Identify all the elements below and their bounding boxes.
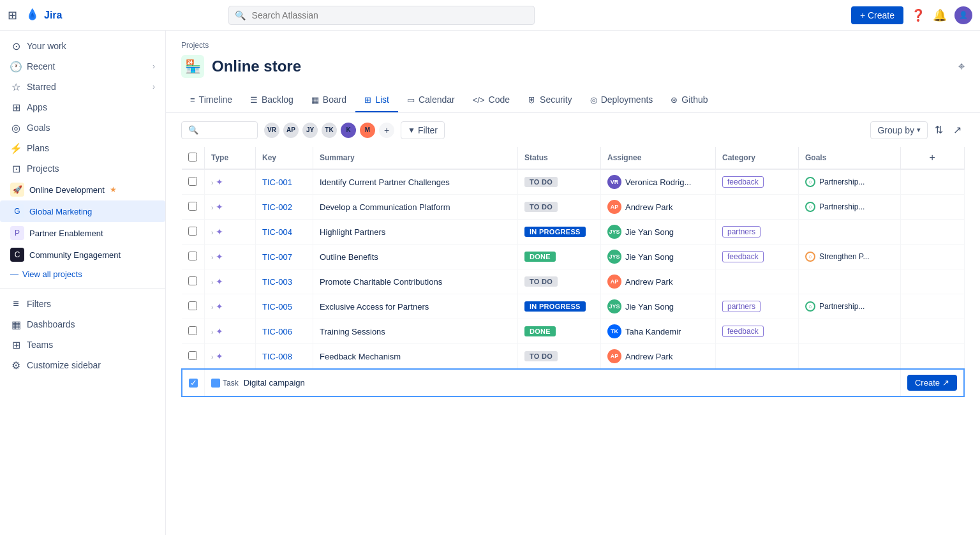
issue-key[interactable]: TIC-005 bbox=[262, 302, 292, 312]
row-checkbox[interactable] bbox=[188, 326, 197, 335]
add-project-icon[interactable]: + bbox=[150, 206, 155, 216]
status-badge[interactable]: IN PROGRESS bbox=[524, 301, 586, 312]
sidebar-item-recent[interactable]: 🕐 Recent › bbox=[0, 56, 165, 77]
issue-key[interactable]: TIC-006 bbox=[262, 327, 292, 336]
avatar-extra1[interactable]: K bbox=[339, 121, 357, 139]
sidebar-item-filters[interactable]: ≡ Filters bbox=[0, 294, 165, 314]
project-item-community-engagement[interactable]: C Community Engagement bbox=[0, 244, 165, 266]
sidebar-item-customize[interactable]: ⚙ Customize sidebar bbox=[0, 355, 165, 375]
table-row: › ✦TIC-003Promote Charitable Contributio… bbox=[182, 269, 964, 294]
sort-button[interactable]: ⇅ bbox=[932, 121, 946, 139]
status-badge[interactable]: IN PROGRESS bbox=[524, 227, 586, 237]
category-tag[interactable]: feedback bbox=[722, 251, 764, 262]
issue-key[interactable]: TIC-007 bbox=[262, 252, 292, 262]
assignee-cell: TKTaha Kandemir bbox=[600, 319, 715, 344]
create-button[interactable]: + Create bbox=[851, 6, 903, 24]
pin-button[interactable]: ⌖ bbox=[958, 60, 965, 73]
status-badge[interactable]: TO DO bbox=[524, 276, 558, 287]
category-tag[interactable]: feedback bbox=[722, 326, 764, 337]
tab-backlog[interactable]: ☰ Backlog bbox=[241, 88, 302, 112]
help-button[interactable]: ❓ bbox=[911, 8, 925, 22]
row-checkbox[interactable] bbox=[188, 351, 197, 360]
category-tag[interactable]: partners bbox=[722, 226, 761, 237]
create-submit-button[interactable]: Create ↗ bbox=[907, 375, 957, 391]
avatar-extra2[interactable]: M bbox=[359, 121, 376, 139]
avatar-vr[interactable]: VR bbox=[263, 121, 281, 139]
table-header-row: Type Key Summary Status Assignee Categor… bbox=[182, 147, 964, 169]
row-checkbox[interactable] bbox=[188, 301, 197, 310]
expand-icon[interactable]: › bbox=[211, 329, 213, 336]
toolbar-search-input[interactable] bbox=[202, 125, 253, 135]
sidebar-item-goals[interactable]: ◎ Goals bbox=[0, 117, 165, 138]
row-checkbox[interactable] bbox=[188, 177, 197, 186]
row-checkbox[interactable] bbox=[188, 252, 197, 260]
user-avatar[interactable]: 👤 bbox=[954, 6, 972, 24]
expand-icon[interactable]: › bbox=[211, 229, 213, 236]
expand-icon[interactable]: › bbox=[211, 279, 213, 286]
expand-icon[interactable]: › bbox=[211, 354, 213, 361]
select-all-checkbox[interactable] bbox=[188, 153, 197, 162]
grid-menu-button[interactable]: ⊞ bbox=[8, 8, 17, 22]
sidebar-item-starred[interactable]: ☆ Starred › bbox=[0, 77, 165, 97]
sidebar-item-dashboards[interactable]: ▦ Dashboards bbox=[0, 314, 165, 335]
issue-key[interactable]: TIC-001 bbox=[262, 177, 292, 187]
status-badge[interactable]: TO DO bbox=[524, 202, 558, 212]
add-column-button[interactable]: + bbox=[907, 152, 958, 163]
search-input[interactable] bbox=[228, 6, 535, 25]
tab-list[interactable]: ⊞ List bbox=[355, 88, 398, 112]
status-badge[interactable]: DONE bbox=[524, 326, 556, 336]
row-checkbox[interactable] bbox=[188, 202, 197, 211]
expand-icon[interactable]: › bbox=[211, 254, 213, 261]
filter-button[interactable]: ▼ Filter bbox=[401, 121, 445, 139]
issue-key[interactable]: TIC-008 bbox=[262, 352, 292, 361]
add-avatar-button[interactable]: + bbox=[378, 121, 396, 139]
tab-calendar[interactable]: ▭ Calendar bbox=[398, 88, 464, 112]
group-by-button[interactable]: Group by ▾ bbox=[870, 121, 928, 139]
notifications-button[interactable]: 🔔 bbox=[933, 8, 947, 22]
more-icon[interactable]: ••• bbox=[138, 206, 147, 216]
avatar-ap[interactable]: AP bbox=[282, 121, 300, 139]
avatar-jys[interactable]: JY bbox=[301, 121, 319, 139]
status-badge[interactable]: DONE bbox=[524, 252, 556, 262]
th-type: Type bbox=[205, 147, 256, 169]
sidebar-item-your-work[interactable]: ⊙ Your work bbox=[0, 36, 165, 56]
spark-icon: ✦ bbox=[216, 252, 223, 262]
logo[interactable]: Jira bbox=[25, 8, 62, 23]
goals-icon: ○ bbox=[805, 301, 815, 312]
view-all-projects[interactable]: — View all projects bbox=[0, 266, 165, 283]
expand-icon[interactable]: › bbox=[211, 179, 213, 186]
create-input[interactable] bbox=[244, 378, 894, 388]
expand-icon[interactable]: › bbox=[211, 304, 213, 311]
sidebar-item-teams[interactable]: ⊞ Teams bbox=[0, 335, 165, 355]
top-nav-right: + Create ❓ 🔔 👤 bbox=[851, 6, 972, 24]
issue-key[interactable]: TIC-004 bbox=[262, 227, 292, 237]
tab-deployments[interactable]: ◎ Deployments bbox=[581, 88, 662, 112]
expand-icon[interactable]: › bbox=[211, 204, 213, 211]
plans-icon: ⚡ bbox=[10, 142, 22, 154]
project-item-partner-enablement[interactable]: P Partner Enablement bbox=[0, 222, 165, 244]
category-cell: partners bbox=[715, 294, 798, 319]
issue-key[interactable]: TIC-002 bbox=[262, 202, 292, 212]
category-tag[interactable]: feedback bbox=[722, 176, 764, 188]
sidebar-item-projects[interactable]: ⊡ Projects bbox=[0, 158, 165, 179]
avatar-tk[interactable]: TK bbox=[320, 121, 338, 139]
status-badge[interactable]: TO DO bbox=[524, 351, 558, 361]
status-badge[interactable]: TO DO bbox=[524, 177, 558, 187]
toolbar-search-box[interactable]: 🔍 bbox=[181, 121, 258, 139]
tab-security[interactable]: ⛨ Security bbox=[519, 88, 581, 112]
tab-code[interactable]: </> Code bbox=[464, 88, 519, 112]
tab-board[interactable]: ▦ Board bbox=[302, 88, 355, 112]
project-item-global-marketing[interactable]: G Global Marketing ••• + bbox=[0, 200, 165, 222]
category-tag[interactable]: partners bbox=[722, 301, 761, 312]
row-checkbox[interactable] bbox=[188, 227, 197, 236]
project-item-online-dev[interactable]: 🚀 Online Development ★ bbox=[0, 179, 165, 200]
tab-github[interactable]: ⊛ Github bbox=[662, 88, 716, 112]
category-cell bbox=[715, 195, 798, 220]
tab-timeline[interactable]: ≡ Timeline bbox=[181, 88, 241, 112]
sidebar-item-plans[interactable]: ⚡ Plans bbox=[0, 138, 165, 158]
table-row: › ✦TIC-007Outline BenefitsDONEJYSJie Yan… bbox=[182, 245, 964, 269]
row-checkbox[interactable] bbox=[188, 276, 197, 285]
sidebar-item-apps[interactable]: ⊞ Apps bbox=[0, 97, 165, 117]
issue-key[interactable]: TIC-003 bbox=[262, 277, 292, 287]
export-button[interactable]: ↗ bbox=[950, 121, 965, 139]
